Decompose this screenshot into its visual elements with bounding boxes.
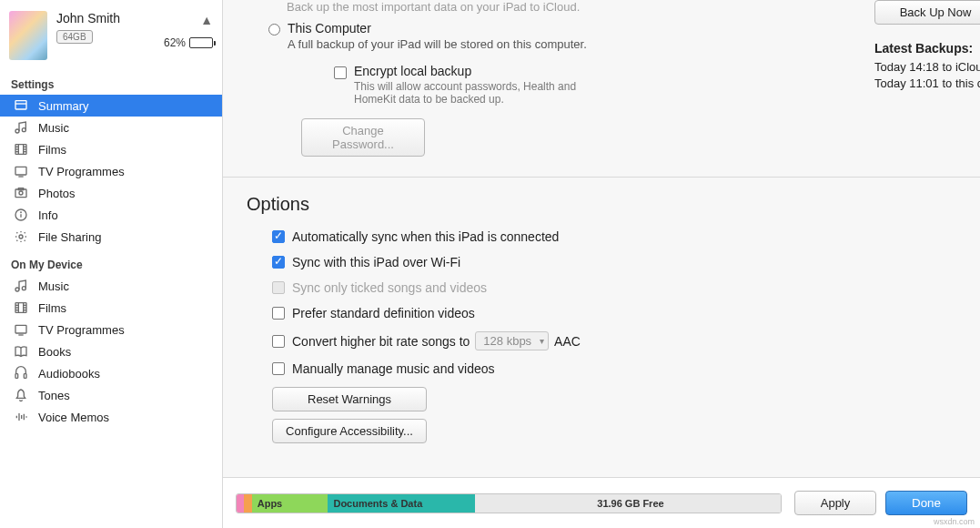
convert-checkbox[interactable] bbox=[272, 335, 285, 348]
nav-item-audiobooks[interactable]: Audiobooks bbox=[0, 362, 222, 384]
nav-item-tv-programmes[interactable]: TV Programmes bbox=[0, 160, 222, 182]
nav-item-label: Summary bbox=[38, 99, 89, 113]
nav-item-label: Music bbox=[38, 279, 69, 293]
share-icon bbox=[11, 229, 31, 244]
voice-icon bbox=[11, 410, 31, 424]
music-icon bbox=[11, 120, 31, 135]
nav-item-file-sharing[interactable]: File Sharing bbox=[0, 226, 222, 248]
svg-rect-36 bbox=[15, 374, 18, 379]
auto-sync-checkbox[interactable] bbox=[272, 230, 285, 243]
wifi-sync-checkbox[interactable] bbox=[272, 256, 285, 269]
info-icon bbox=[11, 208, 31, 222]
sd-label: Prefer standard definition videos bbox=[292, 306, 475, 320]
nav-item-tv-programmes[interactable]: TV Programmes bbox=[0, 319, 222, 340]
music-icon bbox=[11, 279, 31, 293]
options-heading: Options bbox=[247, 194, 956, 215]
svg-point-23 bbox=[22, 287, 25, 290]
nav-item-voice-memos[interactable]: Voice Memos bbox=[0, 406, 222, 428]
svg-point-21 bbox=[19, 235, 23, 239]
settings-section-label: Settings bbox=[0, 67, 222, 95]
this-computer-label: This Computer bbox=[288, 21, 587, 36]
capacity-badge: 64GB bbox=[56, 30, 93, 44]
storage-seg-free: 31.96 GB Free bbox=[475, 494, 781, 513]
nav-item-label: Books bbox=[38, 345, 71, 359]
this-computer-radio[interactable] bbox=[268, 24, 280, 36]
apply-button[interactable]: Apply bbox=[794, 491, 876, 515]
wifi-sync-label: Sync with this iPad over Wi-Fi bbox=[292, 255, 460, 269]
nav-item-label: Audiobooks bbox=[38, 367, 100, 381]
films-icon bbox=[11, 300, 31, 315]
nav-item-films[interactable]: Films bbox=[0, 297, 222, 319]
summary-icon bbox=[11, 98, 31, 113]
nav-item-music[interactable]: Music bbox=[0, 275, 222, 297]
nav-item-label: Info bbox=[38, 208, 58, 222]
nav-item-label: TV Programmes bbox=[38, 323, 125, 337]
nav-item-label: Photos bbox=[38, 187, 75, 200]
manual-checkbox[interactable] bbox=[272, 362, 285, 375]
this-computer-desc: A full backup of your iPad will be store… bbox=[288, 37, 587, 51]
nav-item-books[interactable]: Books bbox=[0, 340, 222, 362]
reset-warnings-button[interactable]: Reset Warnings bbox=[272, 387, 427, 411]
device-header: John Smith 64GB ▲ 62% bbox=[0, 5, 222, 67]
storage-seg-other1 bbox=[237, 494, 244, 513]
audiobooks-icon bbox=[11, 366, 31, 381]
photos-icon bbox=[11, 186, 31, 200]
nav-item-label: Films bbox=[38, 301, 66, 315]
svg-point-3 bbox=[22, 128, 25, 132]
nav-item-tones[interactable]: Tones bbox=[0, 384, 222, 406]
sd-checkbox[interactable] bbox=[272, 307, 285, 320]
tv-icon bbox=[11, 164, 31, 178]
ticked-only-label: Sync only ticked songs and videos bbox=[292, 280, 487, 295]
nav-item-label: Films bbox=[38, 143, 66, 157]
battery-icon bbox=[189, 37, 213, 48]
latest-backup-2: Today 11:01 to this computer bbox=[874, 76, 980, 92]
nav-item-label: Music bbox=[38, 121, 69, 135]
svg-rect-33 bbox=[15, 325, 26, 333]
eject-icon[interactable]: ▲ bbox=[200, 13, 213, 27]
nav-item-label: Voice Memos bbox=[38, 411, 109, 424]
bitrate-select[interactable]: 128 kbps bbox=[475, 331, 549, 350]
nav-item-photos[interactable]: Photos bbox=[0, 182, 222, 204]
films-icon bbox=[11, 142, 31, 157]
storage-seg-docs: Documents & Data bbox=[328, 494, 474, 513]
nav-item-label: Tones bbox=[38, 389, 70, 402]
battery-pct: 62% bbox=[164, 36, 186, 49]
ticked-only-checkbox bbox=[272, 281, 285, 294]
tv-icon bbox=[11, 322, 31, 337]
convert-label-suf: AAC bbox=[554, 334, 581, 349]
svg-point-22 bbox=[15, 288, 19, 291]
encrypt-label: Encrypt local backup bbox=[354, 64, 618, 78]
svg-rect-0 bbox=[15, 101, 26, 109]
nav-item-info[interactable]: Info bbox=[0, 204, 222, 226]
storage-seg-apps: Apps bbox=[252, 494, 328, 513]
books-icon bbox=[11, 344, 31, 359]
nav-item-label: TV Programmes bbox=[38, 165, 125, 178]
latest-backup-1: Today 14:18 to iCloud bbox=[874, 59, 980, 76]
svg-point-2 bbox=[15, 129, 19, 133]
convert-label-pre: Convert higher bit rate songs to bbox=[292, 334, 470, 349]
svg-rect-37 bbox=[24, 374, 26, 379]
nav-item-music[interactable]: Music bbox=[0, 117, 222, 138]
on-device-section-label: On My Device bbox=[0, 248, 222, 275]
svg-point-20 bbox=[21, 212, 22, 213]
configure-accessibility-button[interactable]: Configure Accessibility... bbox=[272, 419, 427, 443]
device-thumbnail bbox=[9, 11, 47, 60]
manual-label: Manually manage music and videos bbox=[292, 361, 495, 376]
done-button[interactable]: Done bbox=[885, 491, 967, 515]
icloud-desc-cut: Back up the most important data on your … bbox=[247, 0, 956, 14]
latest-backups-heading: Latest Backups: bbox=[874, 41, 980, 56]
nav-item-label: File Sharing bbox=[38, 230, 101, 244]
main-panel: Back up the most important data on your … bbox=[223, 0, 980, 528]
encrypt-checkbox[interactable] bbox=[334, 66, 347, 79]
storage-seg-other2 bbox=[244, 494, 252, 513]
encrypt-desc: This will allow account passwords, Healt… bbox=[354, 80, 618, 106]
footer-bar: Apps Documents & Data 31.96 GB Free Appl… bbox=[223, 477, 980, 528]
storage-bar[interactable]: Apps Documents & Data 31.96 GB Free bbox=[236, 493, 782, 513]
nav-item-films[interactable]: Films bbox=[0, 138, 222, 160]
svg-rect-13 bbox=[15, 167, 26, 175]
back-up-now-button[interactable]: Back Up Now bbox=[874, 0, 980, 25]
change-password-button[interactable]: Change Password... bbox=[301, 118, 425, 157]
nav-item-summary[interactable]: Summary bbox=[0, 95, 222, 117]
auto-sync-label: Automatically sync when this iPad is con… bbox=[292, 229, 559, 244]
sidebar: John Smith 64GB ▲ 62% Settings SummaryMu… bbox=[0, 0, 223, 528]
